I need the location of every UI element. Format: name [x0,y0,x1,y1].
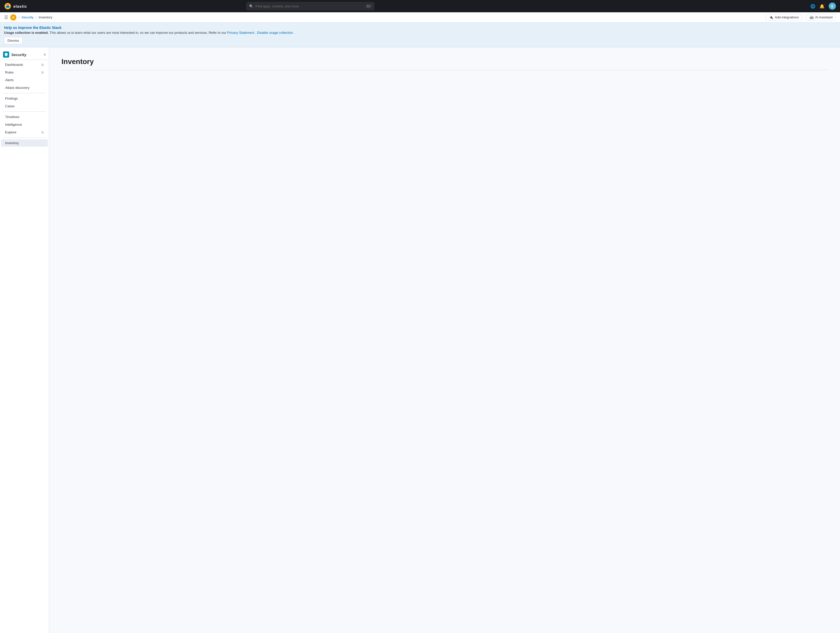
sidebar-item-rules[interactable]: Rules ⊞ [1,69,48,76]
breadcrumb-inventory: Inventory [39,15,52,19]
main-content: Inventory [49,47,840,633]
dismiss-button[interactable]: Dismiss [4,37,22,44]
breadcrumb-separator-1: › [19,16,19,19]
elastic-logo-icon [4,3,11,10]
dashboards-grid-icon: ⊞ [41,63,44,66]
svg-point-4 [6,6,9,8]
breadcrumb-separator-2: › [36,16,36,19]
banner-text-end: . [294,31,295,35]
search-input[interactable] [255,4,364,8]
banner-title[interactable]: Help us improve the Elastic Stack [4,25,836,30]
breadcrumb-security-link[interactable]: Security [22,15,33,19]
ai-assistant-label: AI Assistant [815,15,832,19]
breadcrumb-bar: ☰ D › Security › Inventory 🔌 Add integra… [0,12,840,22]
globe-icon: 🌐 [810,4,815,9]
sidebar-item-attack-discovery[interactable]: Attack discovery [1,84,48,92]
collapse-icon: ≡ [44,52,46,57]
banner-body: Usage collection is enabled. This allows… [4,31,836,35]
explore-grid-icon: ⊞ [41,131,44,134]
sidebar-title: Security [11,52,42,57]
sidebar-item-cases[interactable]: Cases [1,103,48,110]
ai-assistant-button[interactable]: 🤖 AI Assistant [806,14,836,21]
disable-usage-collection-link[interactable]: Disable usage collection [257,31,293,35]
breadcrumb-user-avatar: D [10,14,16,21]
sidebar-item-intelligence[interactable]: Intelligence [1,121,48,128]
privacy-statement-link[interactable]: Privacy Statement [227,31,254,35]
user-avatar-initials: E [831,4,834,8]
app-layout: Security ≡ Dashboards ⊞ Rules ⊞ Alerts A… [0,47,840,633]
search-kbd-hint: ⌘/ [366,4,372,8]
ai-icon: 🤖 [810,15,814,19]
rules-grid-icon: ⊞ [41,71,44,74]
globe-icon-button[interactable]: 🌐 [810,4,815,9]
search-icon: 🔍 [249,4,253,8]
add-integrations-label: Add integrations [775,15,799,19]
elastic-logo[interactable]: elastic [4,3,27,10]
sidebar-collapse-button[interactable]: ≡ [44,52,46,57]
global-search[interactable]: 🔍 ⌘/ [246,2,374,10]
top-navigation: elastic 🔍 ⌘/ 🌐 🔔 E [0,0,840,12]
security-app-icon [3,52,9,58]
notifications-button[interactable]: 🔔 [819,4,825,9]
sidebar-item-dashboards[interactable]: Dashboards ⊞ [1,61,48,68]
user-avatar[interactable]: E [829,3,836,10]
sidebar-item-timelines[interactable]: Timelines [1,113,48,121]
usage-collection-banner: Help us improve the Elastic Stack Usage … [0,22,840,47]
sidebar-item-findings[interactable]: Findings [1,95,48,102]
sidebar-item-alerts[interactable]: Alerts [1,76,48,84]
sidebar-item-inventory[interactable]: Inventory [1,139,48,147]
banner-text-body: This allows us to learn what our users a… [50,31,227,35]
add-integrations-button[interactable]: 🔌 Add integrations [766,14,802,21]
sidebar-divider-3 [3,137,46,138]
banner-text-middle: . [255,31,257,35]
sidebar-header: Security ≡ [0,49,49,60]
sidebar-divider-2 [3,111,46,112]
hamburger-menu-button[interactable]: ☰ [4,14,8,20]
page-title: Inventory [62,58,828,70]
sidebar: Security ≡ Dashboards ⊞ Rules ⊞ Alerts A… [0,47,49,633]
usage-collection-bold: Usage collection is enabled. [4,31,49,35]
elastic-wordmark: elastic [13,4,27,8]
breadcrumb-actions: 🔌 Add integrations 🤖 AI Assistant [766,14,836,21]
shield-icon [4,52,8,57]
notification-badge [823,3,825,5]
puzzle-icon: 🔌 [769,15,773,19]
sidebar-item-explore[interactable]: Explore ⊞ [1,129,48,136]
nav-right-actions: 🌐 🔔 E [810,3,836,10]
